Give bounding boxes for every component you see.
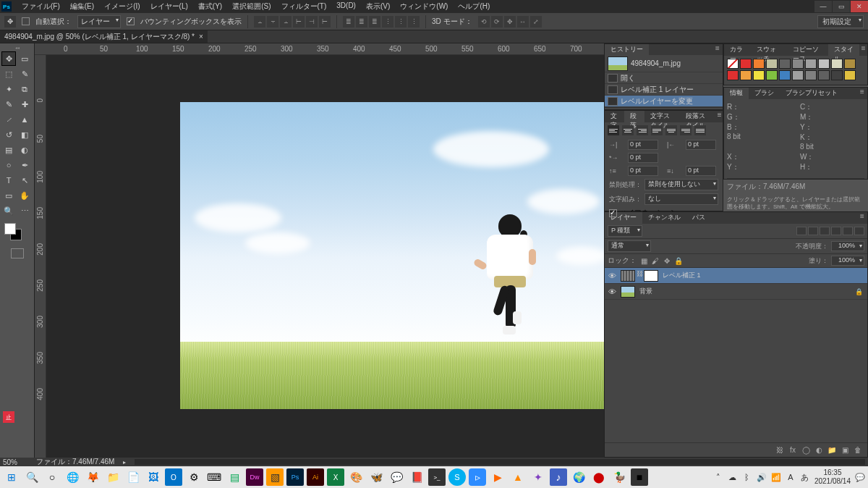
tab-swatches[interactable]: スウォッチ xyxy=(751,44,787,56)
panel-menu-icon[interactable]: ≡ xyxy=(857,88,867,99)
dark-icon[interactable]: ■ xyxy=(631,468,648,486)
tab-styles[interactable]: スタイル xyxy=(828,44,859,56)
menu-layer[interactable]: レイヤー(L) xyxy=(146,0,192,13)
skype-icon[interactable]: S xyxy=(448,468,466,486)
style-swatch[interactable] xyxy=(779,70,791,80)
style-swatch[interactable] xyxy=(779,59,791,69)
tab-parastyle[interactable]: 段落スタイル xyxy=(680,111,716,122)
record-icon[interactable]: ⬤ xyxy=(590,468,608,486)
status-doc-info[interactable]: ファイル：7.46M/7.46M xyxy=(36,457,114,467)
visibility-toggle[interactable]: 👁 xyxy=(605,287,619,296)
hyphenation-checkbox[interactable] xyxy=(609,209,617,217)
notifications-icon[interactable]: 💬 xyxy=(855,472,865,482)
discord-icon[interactable]: 💬 xyxy=(388,468,405,486)
canvas-viewport[interactable] xyxy=(46,55,604,458)
space-after-input[interactable]: 0 pt xyxy=(686,166,716,176)
quickselect-tool[interactable]: ✦ xyxy=(1,82,16,96)
align-center-button[interactable] xyxy=(622,125,634,135)
filter-type-icon[interactable] xyxy=(820,227,830,235)
tab-history[interactable]: ヒストリー xyxy=(605,44,649,55)
dist-hcenter-icon[interactable]: ⋮ xyxy=(395,16,407,28)
zoom-icon[interactable]: ▹ xyxy=(469,468,486,486)
onedrive-icon[interactable]: ☁ xyxy=(728,472,738,482)
align-right-icon[interactable]: ⊢ xyxy=(319,16,331,28)
start-button[interactable]: ⊞ xyxy=(3,468,20,486)
brush-tool[interactable]: ⟋ xyxy=(1,112,16,127)
menu-3d[interactable]: 3D(D) xyxy=(332,0,360,13)
space-before-input[interactable]: 0 pt xyxy=(628,166,658,176)
lasso-tool[interactable]: ✎ xyxy=(17,67,32,81)
vlc-icon[interactable]: ▲ xyxy=(509,468,527,486)
mask-thumb-icon[interactable] xyxy=(644,270,658,282)
justify-right-button[interactable] xyxy=(680,125,692,135)
3d-orbit-icon[interactable]: ⟲ xyxy=(478,16,490,28)
style-swatch[interactable] xyxy=(753,59,765,69)
chrome-icon[interactable]: 🌐 xyxy=(64,468,81,486)
panel-menu-icon[interactable]: ≡ xyxy=(857,212,867,224)
visibility-toggle[interactable]: 👁 xyxy=(605,272,619,280)
excel-icon[interactable]: X xyxy=(327,468,344,486)
style-swatch[interactable] xyxy=(818,70,830,80)
indent-left-input[interactable]: 0 pt xyxy=(628,140,658,150)
butterfly-icon[interactable]: 🦋 xyxy=(367,468,385,486)
dodge-tool[interactable]: ○ xyxy=(1,158,16,172)
filter-toggle-icon[interactable] xyxy=(854,227,864,235)
tab-copysource[interactable]: コピーソース xyxy=(787,44,828,56)
menu-edit[interactable]: 編集(E) xyxy=(66,0,98,13)
menu-file[interactable]: ファイル(F) xyxy=(17,0,64,13)
dreamweaver-icon[interactable]: Dw xyxy=(246,468,263,486)
align-top-icon[interactable]: ⫠ xyxy=(254,16,265,28)
document-image[interactable] xyxy=(180,102,604,409)
close-button[interactable]: ✕ xyxy=(851,1,868,12)
zoom-level[interactable]: 50% xyxy=(3,458,27,466)
rectangle-tool[interactable]: ▭ xyxy=(1,188,16,203)
hand-tool[interactable]: ✋ xyxy=(17,188,32,203)
notepad-icon[interactable]: 📄 xyxy=(124,468,142,486)
tab-paths[interactable]: パス xyxy=(686,212,711,224)
filter-smart-icon[interactable] xyxy=(843,227,853,235)
dist-right-icon[interactable]: ⋮ xyxy=(408,16,420,28)
filter-pixel-icon[interactable] xyxy=(796,227,807,235)
justify-center-button[interactable] xyxy=(665,125,677,135)
mask-icon[interactable]: ◯ xyxy=(801,445,811,455)
cortana-icon[interactable]: ○ xyxy=(43,468,61,486)
cmd-icon[interactable]: >_ xyxy=(428,468,446,486)
indent-right-input[interactable]: 0 pt xyxy=(686,140,716,150)
history-item-open[interactable]: 開く xyxy=(605,72,723,84)
ime-jp-icon[interactable]: あ xyxy=(800,472,810,482)
tab-charstyle[interactable]: 文字スタイル xyxy=(644,111,681,122)
align-left-icon[interactable]: ⊢ xyxy=(293,16,305,28)
settings-icon[interactable]: ⚙ xyxy=(185,468,203,486)
justify-all-button[interactable] xyxy=(694,125,706,135)
stamp-tool[interactable]: ▲ xyxy=(17,112,32,127)
lock-image-icon[interactable]: 🖌 xyxy=(651,256,660,265)
align-right-button[interactable] xyxy=(637,125,648,135)
ime-a-icon[interactable]: A xyxy=(786,472,796,482)
new-layer-icon[interactable]: ▣ xyxy=(840,445,850,455)
adjustment-icon[interactable]: ◐ xyxy=(814,445,824,455)
type-tool[interactable]: T xyxy=(1,173,16,188)
blur-tool[interactable]: ◐ xyxy=(17,143,32,157)
auto-select-target[interactable]: レイヤー xyxy=(77,15,121,28)
maximize-button[interactable]: ▭ xyxy=(833,1,850,12)
crop-tool[interactable]: ⧉ xyxy=(17,82,32,96)
foreground-color[interactable] xyxy=(4,223,16,235)
layer-kind-select[interactable]: P 種類 xyxy=(608,225,642,237)
blend-mode-select[interactable]: 通常 xyxy=(608,240,651,252)
keyboard-icon[interactable]: ⌨ xyxy=(205,468,223,486)
media-icon[interactable]: ▶ xyxy=(489,468,506,486)
workspace-select[interactable]: 初期設定 xyxy=(817,15,864,28)
filter-shape-icon[interactable] xyxy=(831,227,841,235)
style-swatch[interactable] xyxy=(727,59,739,69)
healing-tool[interactable]: ✚ xyxy=(17,97,32,112)
style-swatch[interactable] xyxy=(831,59,843,69)
style-swatch[interactable] xyxy=(805,59,817,69)
menu-view[interactable]: 表示(V) xyxy=(362,0,394,13)
link-layers-icon[interactable]: ⛓ xyxy=(775,445,785,455)
tab-paragraph[interactable]: 段落 xyxy=(624,111,644,122)
delete-layer-icon[interactable]: 🗑 xyxy=(853,445,863,455)
layer-item-levels[interactable]: 👁 ⛓ レベル補正 1 xyxy=(605,268,867,284)
tab-character[interactable]: 文字 xyxy=(605,111,624,122)
project-icon[interactable]: ▤ xyxy=(226,468,243,486)
photos-icon[interactable]: 🖼 xyxy=(145,468,162,486)
